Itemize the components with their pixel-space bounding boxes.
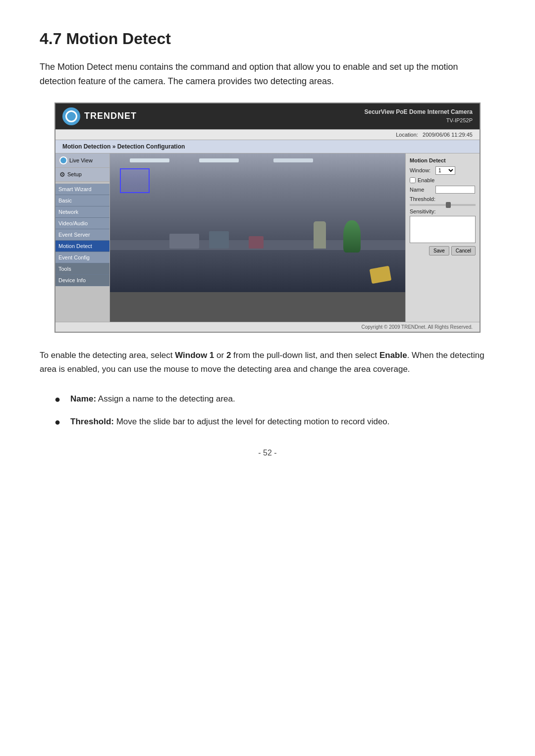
nav-event-config[interactable]: Event Config: [55, 252, 109, 263]
cam-location-bar: Location: 2009/06/06 11:29:45: [55, 129, 480, 140]
camera-ui-screenshot: TRENDnet SecurView PoE Dome Internet Cam…: [54, 102, 481, 333]
name-label: Name: [410, 187, 433, 193]
cancel-button[interactable]: Cancel: [451, 246, 476, 255]
threshold-label: Threshold:: [410, 196, 435, 202]
setup-button[interactable]: ⚙ Setup: [55, 168, 109, 182]
live-view-button[interactable]: Live View: [55, 153, 109, 168]
bullet-name: Name: Assign a name to the detecting are…: [54, 392, 495, 406]
cam-sidebar: Live View ⚙ Setup Smart Wizard Basic Net…: [55, 153, 110, 322]
nav-device-info[interactable]: Device Info: [55, 275, 109, 286]
location-value: 2009/06/06 11:29:45: [423, 132, 473, 138]
panel-buttons: Save Cancel: [410, 246, 476, 255]
setup-label: Setup: [67, 171, 82, 177]
window-row: Window: 1 2: [410, 166, 476, 175]
bullet-list: Name: Assign a name to the detecting are…: [54, 392, 495, 429]
threshold-thumb: [446, 202, 451, 208]
trendnet-logo-icon: [62, 107, 80, 125]
cam-nav: Smart Wizard Basic Network Video/Audio E…: [55, 184, 109, 286]
window-select[interactable]: 1 2: [435, 166, 455, 175]
cam-video-area: [110, 153, 405, 322]
product-model: TV-IP252P: [364, 116, 473, 125]
cam-header: TRENDnet SecurView PoE Dome Internet Cam…: [55, 103, 480, 129]
panel-title: Motion Detect: [410, 157, 476, 163]
live-view-icon: [59, 156, 67, 164]
cam-breadcrumb: Motion Detection » Detection Configurati…: [55, 140, 480, 153]
detection-box: [120, 168, 150, 193]
cam-main: Live View ⚙ Setup Smart Wizard Basic Net…: [55, 153, 480, 322]
live-view-label: Live View: [69, 157, 93, 163]
sensitivity-label: Sensitivity:: [410, 208, 476, 214]
threshold-row: Threshold:: [410, 196, 476, 206]
intro-paragraph: The Motion Detect menu contains the comm…: [40, 60, 495, 89]
nav-video-audio[interactable]: Video/Audio: [55, 218, 109, 229]
cam-logo-text: TRENDnet: [84, 111, 137, 121]
name-input[interactable]: [435, 186, 475, 194]
cam-right-panel: Motion Detect Window: 1 2 Enable Name: [405, 153, 480, 322]
nav-network[interactable]: Network: [55, 206, 109, 218]
bullet-threshold: Threshold: Move the slide bar to adjust …: [54, 415, 495, 429]
enable-label: Enable: [418, 177, 434, 183]
nav-event-server[interactable]: Event Server: [55, 229, 109, 241]
cam-video-scene: [110, 153, 405, 292]
bullet-name-text: Name: Assign a name to the detecting are…: [70, 392, 235, 406]
threshold-slider[interactable]: [410, 204, 476, 206]
setup-icon: ⚙: [59, 171, 65, 178]
section-title: 4.7 Motion Detect: [40, 30, 495, 48]
nav-tools[interactable]: Tools: [55, 263, 109, 275]
cam-logo: TRENDnet: [62, 107, 137, 125]
page-number: - 52 -: [40, 449, 495, 457]
product-name: SecurView PoE Dome Internet Camera: [364, 107, 473, 116]
cam-footer: Copyright © 2009 TRENDnet. All Rights Re…: [55, 322, 480, 332]
location-label: Location:: [396, 132, 418, 138]
bullet-threshold-text: Threshold: Move the slide bar to adjust …: [70, 415, 389, 429]
cam-header-info: SecurView PoE Dome Internet Camera TV-IP…: [364, 107, 473, 125]
name-row: Name: [410, 186, 476, 194]
nav-basic[interactable]: Basic: [55, 195, 109, 206]
enable-checkbox[interactable]: [410, 177, 416, 183]
save-button[interactable]: Save: [429, 246, 449, 255]
nav-smart-wizard[interactable]: Smart Wizard: [55, 184, 109, 195]
enable-row: Enable: [410, 177, 476, 183]
window-label: Window:: [410, 167, 433, 173]
body-paragraph: To enable the detecting area, select Win…: [40, 349, 495, 376]
nav-motion-detect[interactable]: Motion Detect: [55, 241, 109, 252]
sensitivity-box: [410, 216, 476, 243]
